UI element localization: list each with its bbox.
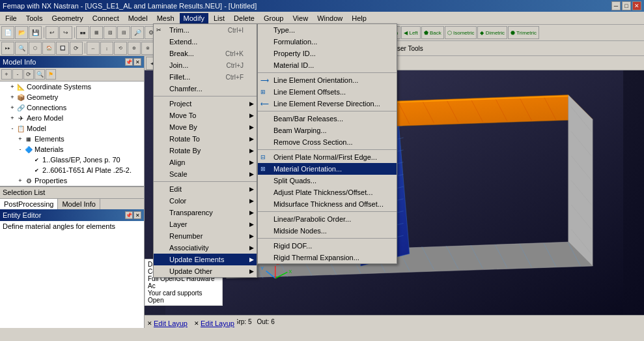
menu-move-by[interactable]: Move By ▶ — [154, 121, 257, 133]
renumber-arrow: ▶ — [249, 233, 254, 239]
update-other-arrow: ▶ — [249, 268, 254, 274]
trim-icon: ✂ — [156, 27, 161, 33]
associativity-arrow: ▶ — [249, 245, 254, 251]
line-offsets-icon: ⊞ — [260, 89, 266, 95]
submenu-linear-parabolic[interactable]: Linear/Parabolic Order... — [258, 213, 397, 225]
submenu-split-quads[interactable]: Split Quads... — [258, 175, 397, 186]
menu-trim[interactable]: ✂ Trim... Ctrl+I — [154, 24, 257, 36]
edit-layup-label-2[interactable]: Edit Layup — [201, 319, 234, 327]
edit-layup-icon-1: ✕ — [147, 320, 152, 327]
submenu-sep-4 — [258, 211, 397, 212]
menu-update-other[interactable]: Update Other ▶ — [154, 265, 257, 277]
submenu-type[interactable]: Type... — [258, 24, 397, 36]
submenu-orient-plate[interactable]: ⊟ Orient Plate Normal/First Edge... — [258, 151, 397, 163]
line-reverse-icon: ⟵ — [260, 100, 269, 107]
submenu-midside-nodes[interactable]: Midside Nodes... — [258, 225, 397, 237]
layer-arrow: ▶ — [249, 221, 254, 228]
update-elements-submenu: Type... Formulation... Property ID... Ma… — [257, 23, 397, 264]
menu-chamfer[interactable]: Chamfer... — [154, 83, 257, 95]
submenu-property-id[interactable]: Property ID... — [258, 48, 397, 59]
submenu-line-offsets[interactable]: ⊞ Line Element Offsets... — [258, 86, 397, 98]
modify-dropdown-menu: ✂ Trim... Ctrl+I Extend... Break... Ctrl… — [153, 23, 257, 278]
edit-layup-label-1[interactable]: Edit Layup — [154, 319, 188, 327]
submenu-sep-3 — [258, 149, 397, 150]
submenu-material-id[interactable]: Material ID... — [258, 59, 397, 71]
join-shortcut: Ctrl+J — [214, 62, 244, 69]
modify-sep-1 — [154, 96, 257, 96]
menu-move-to[interactable]: Move To ▶ — [154, 110, 257, 121]
submenu-beam-warping[interactable]: Beam Warping... — [258, 125, 397, 136]
update-elements-arrow: ▶ — [249, 256, 254, 263]
submenu-adjust-plate[interactable]: Adjust Plate Thickness/Offset... — [258, 186, 397, 198]
menu-break[interactable]: Break... Ctrl+K — [154, 48, 257, 59]
align-arrow: ▶ — [249, 159, 254, 166]
orient-plate-icon: ⊟ — [260, 154, 266, 160]
menu-color[interactable]: Color ▶ — [154, 195, 257, 207]
menu-associativity[interactable]: Associativity ▶ — [154, 242, 257, 254]
submenu-line-reverse[interactable]: ⟵ Line Element Reverse Direction... — [258, 98, 397, 110]
menu-layer[interactable]: Layer ▶ — [154, 218, 257, 230]
menu-rotate-by[interactable]: Rotate By ▶ — [154, 145, 257, 156]
submenu-sep-5 — [258, 238, 397, 239]
rotate-by-arrow: ▶ — [249, 147, 254, 154]
line-orientation-icon: ⟶ — [260, 77, 269, 83]
dropdown-overlay: ✂ Trim... Ctrl+I Extend... Break... Ctrl… — [0, 0, 644, 341]
fillet-shortcut: Ctrl+F — [213, 74, 244, 81]
edit-layup-icon-2: ✕ — [194, 320, 199, 327]
color-arrow: ▶ — [249, 198, 254, 204]
submenu-sep-1 — [258, 72, 397, 73]
move-by-arrow: ▶ — [249, 124, 254, 130]
menu-align[interactable]: Align ▶ — [154, 156, 257, 168]
break-shortcut: Ctrl+K — [212, 50, 244, 57]
edit-arrow: ▶ — [249, 186, 254, 192]
menu-renumber[interactable]: Renumber ▶ — [154, 230, 257, 242]
menu-project[interactable]: Project ▶ — [154, 98, 257, 110]
submenu-rigid-dof[interactable]: Rigid DOF... — [258, 240, 397, 252]
modify-sep-2 — [154, 181, 257, 182]
menu-update-elements[interactable]: Update Elements ▶ — [154, 254, 257, 265]
move-to-arrow: ▶ — [249, 112, 254, 119]
submenu-formulation[interactable]: Formulation... — [258, 36, 397, 48]
submenu-material-orientation[interactable]: ⊠ Material Orientation... — [258, 163, 397, 175]
scale-arrow: ▶ — [249, 171, 254, 177]
rotate-to-arrow: ▶ — [249, 136, 254, 142]
submenu-beam-releases[interactable]: Beam/Bar Releases... — [258, 113, 397, 125]
trim-shortcut: Ctrl+I — [215, 27, 244, 34]
submenu-sep-2 — [258, 111, 397, 111]
menu-join[interactable]: Join... Ctrl+J — [154, 59, 257, 71]
menu-extend[interactable]: Extend... — [154, 36, 257, 48]
submenu-rigid-thermal[interactable]: Rigid Thermal Expansion... — [258, 252, 397, 263]
project-arrow: ▶ — [249, 100, 254, 107]
submenu-remove-cross[interactable]: Remove Cross Section... — [258, 136, 397, 148]
transparency-arrow: ▶ — [249, 209, 254, 216]
menu-scale[interactable]: Scale ▶ — [154, 168, 257, 180]
menu-fillet[interactable]: Fillet... Ctrl+F — [154, 71, 257, 83]
edit-layup-area: ✕ Edit Layup ✕ Edit Layup — [145, 319, 237, 328]
material-orientation-icon: ⊠ — [260, 166, 266, 172]
submenu-midsurface[interactable]: Midsurface Thickness and Offset... — [258, 198, 397, 210]
menu-edit[interactable]: Edit ▶ — [154, 183, 257, 195]
menu-transparency[interactable]: Transparency ▶ — [154, 207, 257, 218]
info-line-3: Your card supports Open — [148, 289, 219, 304]
submenu-line-orientation[interactable]: ⟶ Line Element Orientation... — [258, 74, 397, 86]
menu-rotate-to[interactable]: Rotate To ▶ — [154, 133, 257, 145]
